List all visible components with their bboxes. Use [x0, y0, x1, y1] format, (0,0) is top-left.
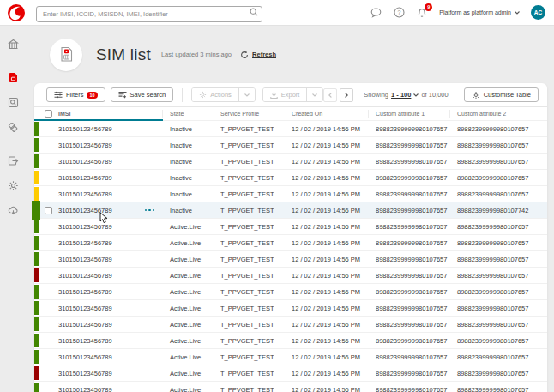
created-on-cell: 12 / 02 / 2019 14:56 PM [286, 223, 369, 231]
showing-total: of 10,000 [421, 91, 448, 99]
actions-dropdown-toggle[interactable] [238, 88, 255, 101]
role-selector[interactable]: Platform as platform admin [439, 9, 520, 15]
toolbar-divider [182, 88, 183, 102]
actions-button[interactable]: Actions [192, 88, 238, 101]
status-strip [34, 138, 39, 152]
export-split-button: Export [262, 87, 324, 102]
save-search-button[interactable]: Save search [111, 87, 174, 102]
table-row[interactable]: 310150123456789 Active.LiveT_PPVGET_TEST… [34, 381, 547, 392]
column-header-custom-attribute-1[interactable]: Custom attribute 1 [369, 110, 450, 118]
chat-icon[interactable] [370, 7, 382, 19]
links-icon[interactable] [3, 118, 22, 136]
chevron-down-icon [515, 11, 520, 15]
state-cell: Active.Live [163, 239, 214, 247]
table-row[interactable]: 310150123456789 Active.LiveT_PPVGET_TEST… [34, 332, 547, 348]
imsi-value: 310150123456789 [58, 239, 112, 247]
row-menu-icon[interactable] [145, 209, 155, 212]
vodafone-logo-icon[interactable] [7, 3, 26, 22]
imsi-value: 310150123456789 [58, 174, 112, 182]
search-icon [250, 8, 258, 16]
table-row[interactable]: 310150123456789 Active.LiveT_PPVGET_TEST… [34, 267, 547, 283]
custom-attribute-1-cell: 89882399999980107657 [369, 337, 450, 345]
settings-icon[interactable] [3, 176, 22, 195]
refresh-icon [240, 51, 249, 59]
service-profile-cell: T_PPVGET_TEST [214, 321, 286, 329]
table-row[interactable]: 310150123456789 Active.LiveT_PPVGET_TEST… [34, 316, 547, 332]
filters-label: Filters [66, 91, 83, 99]
table-row[interactable]: 310150123456789 Active.LiveT_PPVGET_TEST… [34, 218, 547, 234]
created-on-cell: 12 / 02 / 2019 14:56 PM [286, 321, 369, 329]
refresh-button[interactable]: Refresh [240, 51, 276, 59]
customise-table-button[interactable]: Customise Table [464, 87, 539, 102]
bell-icon[interactable]: 9 [416, 7, 428, 19]
service-profile-cell: T_PPVGET_TEST [214, 256, 286, 263]
avatar[interactable]: AC [531, 5, 545, 20]
showing-range[interactable]: 1 - 100 [391, 91, 411, 99]
select-all-checkbox[interactable] [45, 110, 52, 118]
sim-card-icon[interactable] [3, 68, 22, 87]
custom-attribute-1-cell: 89882399999980107657 [369, 321, 450, 329]
table-row[interactable]: 310150123456789 InactiveT_PPVGET_TEST12 … [34, 153, 547, 169]
table-row[interactable]: 310150123456789 InactiveT_PPVGET_TEST12 … [34, 136, 547, 153]
column-header-custom-attribute-2[interactable]: Custom attribute 2 [450, 110, 547, 118]
custom-attribute-2-cell: 89882399999980107657 [450, 190, 547, 198]
created-on-cell: 12 / 02 / 2019 14:56 PM [286, 174, 369, 182]
customise-table-label: Customise Table [484, 91, 531, 99]
row-checkbox[interactable] [45, 207, 52, 214]
created-on-cell: 12 / 02 / 2019 14:56 PM [286, 239, 369, 247]
export-dropdown-toggle[interactable] [306, 88, 322, 101]
custom-attribute-1-cell: 89882399999980107657 [369, 353, 450, 361]
table-row[interactable]: 310150123456789 Active.LiveT_PPVGET_TEST… [34, 234, 547, 250]
column-label: Service Profile [220, 111, 259, 117]
table-row[interactable]: 310150123456789 Active.LiveT_PPVGET_TEST… [34, 348, 547, 365]
status-strip [34, 301, 39, 315]
column-header-state[interactable]: State [163, 110, 214, 118]
export-button[interactable]: Export [263, 88, 307, 101]
created-on-cell: 12 / 02 / 2019 14:56 PM [286, 142, 369, 149]
service-profile-cell: T_PPVGET_TEST [214, 158, 286, 166]
custom-attribute-2-cell: 89882399999980107657 [450, 223, 547, 231]
sim-search-icon[interactable] [3, 93, 22, 112]
table-row[interactable]: 310150123456789 Active.LiveT_PPVGET_TEST… [34, 299, 547, 316]
table-row[interactable]: 310150123456789 Active.LiveT_PPVGET_TEST… [34, 283, 547, 299]
column-header-created-on[interactable]: Created On [286, 110, 369, 118]
sidebar [0, 26, 26, 392]
column-label: Custom attribute 1 [376, 111, 425, 117]
building-icon[interactable] [3, 34, 22, 53]
state-cell: Active.Live [163, 288, 214, 296]
role-label: Platform as platform admin [439, 9, 511, 15]
help-icon[interactable]: ? [393, 7, 405, 19]
export-label: Export [281, 91, 300, 99]
search-input[interactable] [36, 6, 262, 22]
status-strip [34, 171, 39, 184]
status-strip [34, 383, 39, 392]
next-page-button[interactable] [340, 88, 353, 102]
custom-attribute-1-cell: 89882399999980107657 [369, 288, 450, 296]
chevron-down-icon[interactable] [413, 93, 419, 97]
actions-gear-icon [199, 91, 207, 99]
table-row[interactable]: 310150123456789 InactiveT_PPVGET_TEST12 … [34, 120, 547, 136]
table-header: IMSI State Service Profile Created On Cu… [34, 107, 547, 120]
table-row[interactable]: 310150123456789 Active.LiveT_PPVGET_TEST… [34, 250, 547, 267]
custom-attribute-1-cell: 89882399999980107657 [369, 190, 450, 198]
sim-list-badge [50, 39, 82, 71]
column-label: Custom attribute 2 [457, 111, 506, 117]
created-on-cell: 12 / 02 / 2019 14:56 PM [286, 207, 369, 214]
imsi-cell: 310150123456789 [34, 386, 163, 392]
custom-attribute-2-cell: 89882399999980107657 [450, 256, 547, 263]
export-doc-icon[interactable] [3, 151, 22, 170]
table-row[interactable]: 310150123456789 InactiveT_PPVGET_TEST12 … [34, 185, 547, 202]
table-row[interactable]: 310150123456789 Active.LiveT_PPVGET_TEST… [34, 365, 547, 381]
prev-page-button[interactable] [323, 88, 337, 102]
table-row[interactable]: 310150123456789 InactiveT_PPVGET_TEST12 … [34, 169, 547, 185]
column-header-service-profile[interactable]: Service Profile [214, 110, 286, 118]
table-row[interactable]: 310150123456789 InactiveT_PPVGET_TEST12 … [34, 202, 547, 218]
service-profile-cell: T_PPVGET_TEST [214, 272, 286, 280]
created-on-cell: 12 / 02 / 2019 14:56 PM [286, 337, 369, 345]
filters-button[interactable]: Filters 10 [46, 87, 105, 102]
column-header-imsi[interactable]: IMSI [34, 110, 163, 118]
custom-attribute-1-cell: 89882399999980107657 [369, 125, 450, 133]
imsi-value: 310150123456789 [58, 272, 112, 280]
imsi-cell: 310150123456789 [34, 158, 163, 166]
cloud-download-icon[interactable] [3, 201, 22, 220]
